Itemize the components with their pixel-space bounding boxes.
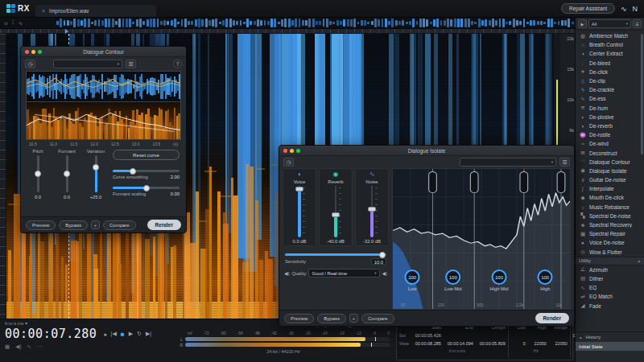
overview-strip[interactable]: ∪ ⌶ ∿: [0, 18, 575, 29]
curve-smoothing-slider[interactable]: [113, 170, 180, 172]
sidebar-item-dialogue-isolate[interactable]: ◉Dialogue Isolate: [576, 167, 644, 175]
high-band-knob[interactable]: 100 High: [538, 269, 553, 291]
sidebar-item-deconstruct[interactable]: ⊞Deconstruct: [576, 148, 644, 157]
sidebar-item-music-rebalance[interactable]: ♪Music Rebalance: [576, 203, 644, 212]
sensitivity-slider[interactable]: [285, 253, 386, 256]
isolate-title-bar[interactable]: Dialogue Isolate: [279, 146, 574, 156]
isolate-compare-button[interactable]: Compare: [361, 314, 394, 323]
play-button[interactable]: ▶: [129, 331, 133, 337]
reverb-channel-strip[interactable]: ◉ Reverb -40.0 dB: [319, 168, 353, 246]
contour-waveform-panel[interactable]: [26, 71, 181, 101]
file-tab[interactable]: × Improv/Ellen.wav: [35, 5, 156, 17]
noise-channel-strip[interactable]: ∿ Noise -32.0 dB: [355, 168, 389, 246]
isolate-render-button[interactable]: Render: [535, 313, 569, 323]
dialogue-contour-window[interactable]: Dialogue Contour ◷ ▾ ☰ ?: [20, 46, 187, 233]
reverb-fader[interactable]: [330, 186, 341, 237]
variation-knob[interactable]: [93, 164, 99, 171]
low-band-knob[interactable]: 100 Low: [405, 269, 420, 291]
ibeam-tool-icon[interactable]: ⌶: [11, 20, 14, 26]
tab-close-icon[interactable]: ×: [42, 8, 45, 14]
record-button[interactable]: ●: [103, 331, 106, 337]
history-item-initial-state[interactable]: Initial State: [576, 342, 644, 351]
stop-button[interactable]: ■: [121, 331, 125, 338]
contour-bypass-plus-button[interactable]: +: [91, 220, 100, 229]
sidebar-item-center-extract[interactable]: ◑Center Extract: [576, 49, 644, 58]
isolate-bypass-plus-button[interactable]: +: [349, 314, 358, 323]
sidebar-item-de-crackle[interactable]: ϟDe-crackle: [576, 85, 644, 94]
voice-channel-strip[interactable]: ◖ Voice 0.0 dB: [283, 168, 316, 246]
formant-scaling-slider[interactable]: [113, 187, 180, 189]
sidebar-item-voice-de-noise[interactable]: ●Voice De-noise: [576, 238, 644, 247]
waveform-toggle-icon[interactable]: ∿: [27, 343, 31, 350]
sidebar-item-de-click[interactable]: ∗De-click: [576, 68, 644, 76]
sidebar-item-de-ess[interactable]: ∿De-ess: [576, 94, 644, 103]
sidebar-item-de-hum[interactable]: ≋De-hum: [576, 104, 644, 113]
history-button[interactable]: ◷: [25, 60, 35, 68]
history-button[interactable]: ◷: [283, 158, 294, 167]
noise-fader[interactable]: [366, 186, 378, 237]
variation-slider[interactable]: Variation +25.0: [85, 149, 106, 200]
signal-flow-icon[interactable]: ∿: [621, 5, 627, 13]
sidebar-item-de-wind[interactable]: ≈De-wind: [576, 139, 644, 148]
go-to-start-button[interactable]: |◀: [111, 331, 117, 337]
low-mid-band-knob[interactable]: 100 Low Mid: [444, 269, 462, 291]
dialogue-isolate-window[interactable]: Dialogue Isolate ◷ ▾ ☰ ◖ Voice: [279, 145, 575, 327]
module-preview-play-button[interactable]: ▶: [578, 19, 587, 28]
preset-menu-button[interactable]: ☰: [126, 60, 136, 68]
wave-tool-icon[interactable]: ∿: [19, 20, 23, 26]
reset-curve-button[interactable]: Reset curve: [113, 150, 180, 160]
help-button[interactable]: ?: [173, 60, 182, 68]
history-header[interactable]: ▲ History: [576, 331, 644, 342]
sidebar-item-dither[interactable]: ▨Dither: [576, 274, 644, 283]
contour-bypass-button[interactable]: Bypass: [59, 220, 88, 230]
module-filter-dropdown[interactable]: All▾: [588, 19, 631, 28]
contour-compare-button[interactable]: Compare: [103, 220, 136, 230]
sidebar-item-de-plosive[interactable]: ◗De-plosive: [576, 113, 644, 121]
sidebar-item-guitar-de-noise[interactable]: ♯Guitar De-noise: [576, 175, 644, 184]
sidebar-item-eq-match[interactable]: ⇄EQ Match: [576, 292, 644, 301]
preview-speaker-icon[interactable]: ◀): [284, 271, 289, 276]
sidebar-item-fade[interactable]: ◢Fade: [576, 301, 644, 310]
contour-title-bar[interactable]: Dialogue Contour: [21, 47, 186, 57]
module-menu-button[interactable]: ☰: [633, 19, 642, 28]
sidebar-item-de-clip[interactable]: ▯De-clip: [576, 76, 644, 85]
utility-section-header[interactable]: Utility▲: [576, 257, 644, 265]
formant-slider[interactable]: Formant 0.0: [56, 149, 77, 200]
overview-waveform[interactable]: [56, 18, 575, 28]
isolate-preview-button[interactable]: Preview: [284, 314, 314, 323]
sidebar-item-spectral-de-noise[interactable]: ▚Spectral De-noise: [576, 212, 644, 220]
isolate-spectrum-graph[interactable]: 100 Low 100 Low Mid 100 High Mid: [392, 168, 571, 310]
sidebar-item-dialogue-contour[interactable]: ◠Dialogue Contour: [576, 158, 644, 167]
sidebar-item-interpolate[interactable]: ∫Interpolate: [576, 184, 644, 193]
voice-fader[interactable]: [294, 186, 305, 237]
preset-combo[interactable]: ▾: [53, 60, 122, 68]
reverb-fader-cap[interactable]: [332, 212, 340, 217]
sidebar-item-wow-flutter[interactable]: ◎Wow & Flutter: [576, 248, 644, 257]
voice-fader-cap[interactable]: [295, 187, 303, 191]
isolate-bypass-button[interactable]: Bypass: [317, 314, 346, 323]
pitch-knob[interactable]: [35, 171, 41, 177]
formant-knob[interactable]: [64, 171, 70, 177]
sidebar-item-de-reverb[interactable]: ◖De-reverb: [576, 121, 644, 130]
sidebar-item-de-bleed[interactable]: ◌De-bleed: [576, 59, 644, 68]
sidebar-item-ambience-match[interactable]: ◍Ambience Match: [576, 31, 644, 40]
sidebar-item-mouth-de-click[interactable]: ◆Mouth De-click: [576, 193, 644, 202]
noise-fader-cap[interactable]: [368, 207, 376, 212]
loop-button[interactable]: ↻: [137, 331, 142, 337]
contour-preview-button[interactable]: Preview: [26, 220, 56, 230]
preset-menu-button[interactable]: ☰: [559, 158, 570, 167]
sidebar-item-breath-control[interactable]: ∩Breath Control: [576, 40, 644, 49]
sidebar-item-spectral-repair[interactable]: ▦Spectral Repair: [576, 229, 644, 238]
sidebar-item-azimuth[interactable]: ∠Azimuth: [576, 265, 644, 274]
high-mid-band-knob[interactable]: 100 High Mid: [490, 269, 509, 291]
go-to-end-button[interactable]: ▶|: [146, 331, 151, 337]
grid-toggle-icon[interactable]: ▦: [5, 343, 10, 350]
monitor-icon[interactable]: ◀): [15, 343, 21, 350]
sidebar-item-eq[interactable]: ∿EQ: [576, 283, 644, 292]
sidebar-scrollbar[interactable]: [641, 34, 643, 154]
monitor-speaker-icon[interactable]: ◀): [382, 271, 387, 276]
sidebar-item-spectral-recovery[interactable]: ◈Spectral Recovery: [576, 220, 644, 229]
pitch-slider[interactable]: Pitch 0.0: [27, 149, 48, 200]
contour-render-button[interactable]: Render: [147, 220, 181, 230]
repair-assistant-button[interactable]: Repair Assistant: [561, 3, 615, 14]
